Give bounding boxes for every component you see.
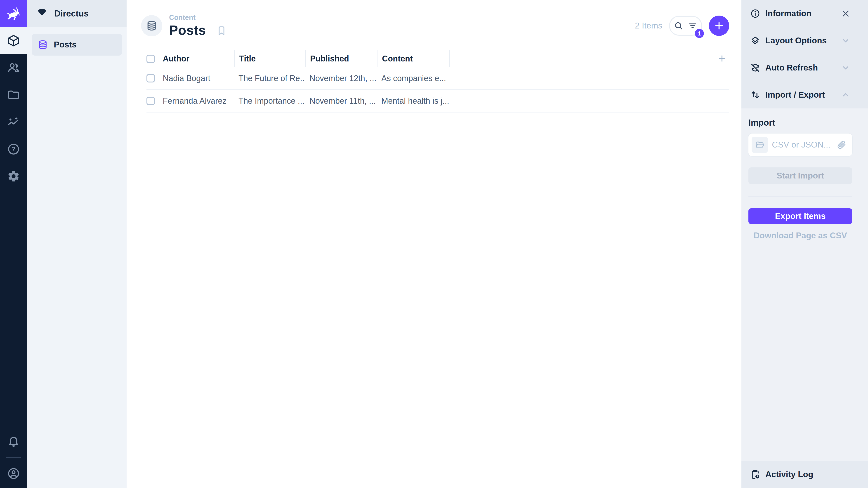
collection-icon-button[interactable]: [141, 15, 162, 36]
select-all-checkbox[interactable]: [147, 55, 155, 63]
folder-open-icon[interactable]: [752, 137, 768, 153]
folder-icon: [7, 88, 20, 101]
chevron-up-icon: [841, 90, 850, 100]
search-icon[interactable]: [674, 21, 684, 31]
info-icon: [750, 8, 761, 19]
items-table: Author Title Published Content Nadia Bog…: [147, 50, 729, 112]
svg-text:?: ?: [11, 145, 16, 153]
page-title: Posts: [169, 23, 206, 38]
cell-content: Mental health is j...: [377, 96, 450, 106]
breadcrumb[interactable]: Content: [169, 13, 206, 22]
database-icon: [37, 39, 48, 50]
row-select-cell: [147, 97, 163, 105]
layers-icon: [750, 35, 761, 46]
bell-icon: [7, 435, 20, 448]
plus-icon: [714, 21, 724, 31]
project-name: Directus: [54, 9, 89, 19]
import-file-input[interactable]: [772, 140, 831, 150]
section-label: Layout Options: [765, 36, 836, 45]
navigation-panel: Directus Posts: [27, 0, 127, 488]
insights-chart-icon: [7, 116, 20, 129]
chevron-down-icon: [841, 63, 850, 72]
table-row[interactable]: Fernanda Alvarez The Importance ... Nove…: [147, 90, 729, 112]
module-content[interactable]: [0, 27, 27, 54]
select-all-cell: [147, 55, 163, 63]
download-csv-link[interactable]: Download Page as CSV: [748, 231, 852, 240]
table-row[interactable]: Nadia Bogart The Future of Re... Novembe…: [147, 67, 729, 90]
table-header-row: Author Title Published Content: [147, 50, 729, 67]
help-icon: ?: [7, 142, 20, 156]
module-bar-divider: [6, 457, 21, 458]
column-header-spacer: [450, 50, 729, 67]
add-column-icon[interactable]: [717, 54, 727, 64]
column-header-title[interactable]: Title: [234, 50, 305, 67]
cell-author: Fernanda Alvarez: [163, 96, 234, 106]
chevron-down-icon: [841, 36, 850, 45]
module-help[interactable]: ?: [0, 135, 27, 163]
column-header-content[interactable]: Content: [377, 50, 450, 67]
gear-icon: [7, 170, 20, 183]
sidebar-section-auto-refresh[interactable]: Auto Refresh: [741, 54, 868, 81]
sidebar-section-import-export[interactable]: Import / Export: [741, 81, 868, 108]
project-header[interactable]: Directus: [27, 0, 127, 27]
row-checkbox[interactable]: [147, 97, 155, 105]
activity-log-button[interactable]: Activity Log: [741, 461, 868, 488]
page-header: Content Posts 2 Items: [127, 0, 741, 47]
people-icon: [7, 61, 20, 74]
swap-vertical-icon: [750, 90, 761, 100]
row-select-cell: [147, 74, 163, 83]
title-block: Content Posts: [169, 13, 206, 38]
user-avatar-button[interactable]: [0, 460, 27, 487]
sidebar-spacer: [741, 250, 868, 461]
close-icon[interactable]: [841, 9, 850, 18]
items-count: 2 Items: [635, 21, 662, 31]
module-files[interactable]: [0, 81, 27, 108]
cell-title: The Importance ...: [234, 96, 305, 106]
main-content: Content Posts 2 Items: [127, 0, 741, 488]
cell-content: As companies e...: [377, 74, 450, 83]
sidebar-section-information[interactable]: Information: [741, 0, 868, 27]
box-icon: [7, 34, 20, 47]
sync-off-icon: [750, 63, 761, 73]
row-checkbox[interactable]: [147, 74, 155, 83]
clipboard-clock-icon: [750, 469, 761, 480]
filter-icon[interactable]: [688, 21, 698, 31]
module-users[interactable]: [0, 54, 27, 81]
sidebar-item-label: Posts: [54, 40, 76, 50]
header-actions: 2 Items 1: [635, 15, 729, 36]
divider: [748, 196, 852, 197]
add-item-button[interactable]: [709, 15, 729, 36]
directus-logo[interactable]: [0, 0, 27, 27]
sidebar-item-posts[interactable]: Posts: [32, 34, 122, 56]
filter-count-badge[interactable]: 1: [695, 29, 704, 38]
module-bar: ?: [0, 0, 27, 488]
notifications-button[interactable]: [0, 428, 27, 455]
start-import-button[interactable]: Start Import: [748, 167, 852, 184]
section-label: Auto Refresh: [765, 63, 836, 72]
rabbit-icon: [5, 5, 22, 22]
avatar-icon: [7, 467, 20, 480]
collections-nav: Posts: [27, 27, 127, 62]
module-settings[interactable]: [0, 163, 27, 190]
column-header-author[interactable]: Author: [163, 54, 234, 64]
cell-published: November 12th, ...: [305, 74, 377, 83]
import-export-panel: Import Start Import Export Items Downloa…: [741, 108, 868, 250]
cell-author: Nadia Bogart: [163, 74, 234, 83]
section-label: Information: [765, 9, 836, 18]
bookmark-icon[interactable]: [216, 26, 227, 38]
cell-published: November 11th, ...: [305, 96, 377, 106]
section-label: Import / Export: [765, 90, 836, 100]
column-header-published[interactable]: Published: [305, 50, 377, 67]
search-filter-pill: 1: [669, 16, 702, 36]
cell-title: The Future of Re...: [234, 74, 305, 83]
import-label: Import: [748, 118, 852, 128]
sidebar-section-layout-options[interactable]: Layout Options: [741, 27, 868, 54]
paperclip-icon[interactable]: [836, 140, 846, 150]
export-items-button[interactable]: Export Items: [748, 208, 852, 224]
database-icon: [146, 20, 157, 31]
fan-icon: [36, 8, 48, 20]
module-insights[interactable]: [0, 108, 27, 135]
import-file-field[interactable]: [748, 133, 852, 156]
activity-log-label: Activity Log: [765, 470, 813, 479]
right-sidebar: Information Layout Options: [741, 0, 868, 488]
